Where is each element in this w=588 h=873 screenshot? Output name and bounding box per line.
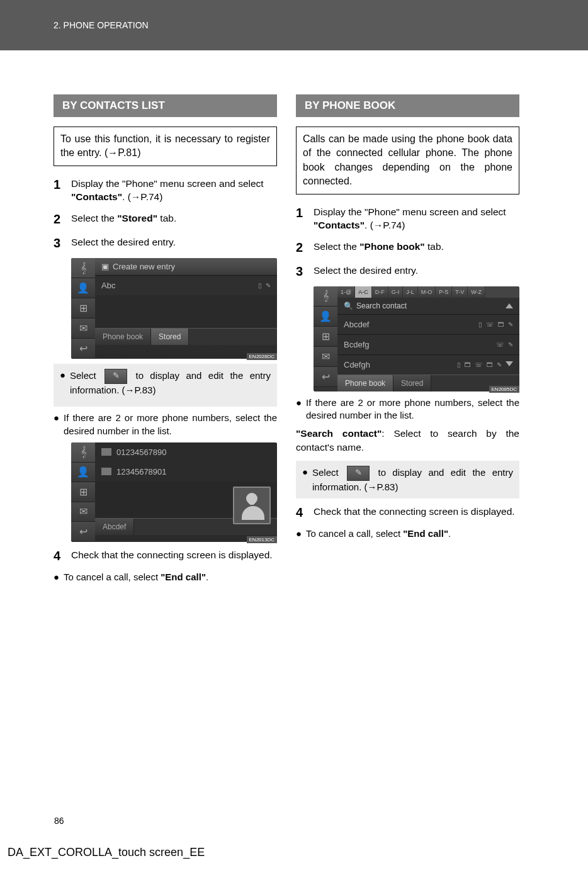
alpha-tab[interactable]: 1-@ — [337, 286, 355, 298]
number-row[interactable]: 12345678901 — [95, 462, 277, 482]
text: tab. — [157, 213, 176, 223]
text: tab. — [425, 241, 444, 252]
sidebar: 𝄞 👤 ⊞ ✉ ↩ — [71, 258, 95, 359]
bullet: ● To cancel a call, select "End call". — [296, 527, 519, 540]
info-box-left: To use this function, it is necessary to… — [54, 127, 277, 166]
step-1: 1 Display the "Phone" menu screen and se… — [54, 176, 277, 204]
bullet: ● Select ✎ to display and edit the entry… — [60, 369, 271, 397]
screen: 𝄞 👤 ⊞ ✉ ↩ 01234567890 12345678901 — [71, 442, 277, 542]
screenshot-code: EN2085DC — [489, 386, 519, 393]
mobile-icon: ▯ — [258, 282, 262, 289]
edit-icon-inline: ✎ — [347, 466, 370, 481]
bullet-mark: ● — [54, 412, 64, 437]
tab-phonebook[interactable]: Phone book — [95, 329, 151, 345]
label: Create new entry — [113, 262, 175, 271]
step-2: 2 Select the "Phone book" tab. — [296, 239, 519, 256]
step-num: 4 — [296, 504, 314, 521]
bullet: ● If there are 2 or more phone numbers, … — [54, 412, 277, 437]
step-text: Select the "Phone book" tab. — [314, 239, 519, 256]
alpha-tab[interactable]: D-F — [372, 286, 388, 298]
bullet-mark: ● — [302, 466, 312, 493]
add-icon: ▣ — [101, 262, 109, 271]
text: Select — [312, 467, 345, 478]
text: To cancel a call, select — [64, 572, 161, 582]
content: BY CONTACTS LIST To use this function, i… — [0, 50, 588, 589]
step-3: 3 Select the desired entry. — [296, 262, 519, 280]
bullet: ● Select ✎ to display and edit the entry… — [302, 466, 513, 493]
search-contact[interactable]: 🔍 Search contact — [337, 298, 519, 314]
tab-phonebook[interactable]: Phone book — [337, 375, 393, 391]
contacts-icon[interactable]: 👤 — [314, 307, 337, 327]
edit-icon[interactable]: ✎ — [266, 282, 271, 289]
number-row[interactable]: 01234567890 — [95, 442, 277, 462]
phone-icon[interactable]: 𝄞 — [71, 442, 95, 463]
contacts-icon[interactable]: 👤 — [71, 278, 95, 298]
step-num: 3 — [296, 262, 314, 280]
main-area: 1-@ A-C D-F G-I J-L M-O P-S T-V W-Z 🔍 Se… — [337, 286, 519, 391]
bullet-text: Select ✎ to display and edit the entry i… — [70, 369, 271, 397]
contacts-icon[interactable]: 👤 — [71, 463, 95, 483]
messages-icon[interactable]: ✉ — [314, 347, 337, 367]
alpha-tab[interactable]: J-L — [403, 286, 418, 298]
back-icon[interactable]: ↩ — [71, 522, 95, 542]
number: 01234567890 — [116, 448, 167, 457]
alpha-tab[interactable]: G-I — [388, 286, 404, 298]
bottom-tabs: Phone book Stored — [95, 328, 277, 345]
phone-icon[interactable]: 𝄞 — [71, 258, 95, 278]
phone-type-icon — [101, 448, 111, 456]
screen: 𝄞 👤 ⊞ ✉ ↩ ▣ Create new entry Abc ▯ — [71, 258, 277, 359]
messages-icon[interactable]: ✉ — [71, 502, 95, 522]
screen: 𝄞 👤 ⊞ ✉ ↩ 1-@ A-C D-F G-I J-L M-O P-S — [314, 286, 519, 391]
keypad-icon[interactable]: ⊞ — [314, 327, 337, 347]
mini-icons: ▯🗔☏🗔✎ — [457, 361, 513, 368]
step-num: 1 — [54, 176, 71, 204]
text: Select — [70, 370, 103, 381]
messages-icon[interactable]: ✉ — [71, 318, 95, 339]
list-item[interactable]: Abc ▯ ✎ — [95, 275, 277, 295]
back-icon[interactable]: ↩ — [71, 339, 95, 359]
alpha-tab[interactable]: T-V — [452, 286, 468, 298]
note-box: ● Select ✎ to display and edit the entry… — [296, 461, 519, 498]
alpha-tab[interactable]: M-O — [418, 286, 436, 298]
alpha-tab[interactable]: W-Z — [468, 286, 485, 298]
edit-icon-inline: ✎ — [105, 369, 127, 384]
step-num: 2 — [296, 239, 314, 256]
section-title-left: BY CONTACTS LIST — [54, 94, 277, 117]
bullet-mark: ● — [60, 369, 70, 397]
alpha-tab[interactable]: A-C — [355, 286, 372, 298]
phone-type-icon — [101, 468, 111, 475]
keypad-icon[interactable]: ⊞ — [71, 482, 95, 502]
search-note: "Search contact": Select to search by th… — [296, 427, 519, 454]
info-box-right: Calls can be made using the phone book d… — [296, 127, 519, 194]
back-icon[interactable]: ↩ — [314, 367, 337, 387]
text-bold: "Search contact" — [296, 428, 382, 439]
search-icon: 🔍 — [344, 301, 353, 310]
create-new-entry[interactable]: ▣ Create new entry — [95, 258, 277, 275]
phone-icon[interactable]: 𝄞 — [314, 286, 337, 307]
screenshot-stored: 𝄞 👤 ⊞ ✉ ↩ ▣ Create new entry Abc ▯ — [71, 258, 277, 359]
bullet: ● If there are 2 or more phone numbers, … — [296, 397, 519, 422]
right-column: BY PHONE BOOK Calls can be made using th… — [296, 94, 519, 589]
list-item[interactable]: Abcdef ▯☏🗔✎ — [337, 314, 519, 334]
breadcrumb: 2. PHONE OPERATION — [54, 20, 149, 30]
step-text: Check that the connecting screen is disp… — [71, 547, 277, 565]
bullet-text: To cancel a call, select "End call". — [64, 571, 277, 583]
step-text: Display the "Phone" menu screen and sele… — [71, 176, 277, 204]
step-num: 2 — [54, 210, 71, 228]
left-column: BY CONTACTS LIST To use this function, i… — [54, 94, 277, 589]
text: Select the — [314, 241, 359, 252]
scroll-up-icon[interactable] — [506, 303, 513, 308]
keypad-icon[interactable]: ⊞ — [71, 298, 95, 318]
entry-label: Bcdefg — [344, 340, 496, 349]
list-item[interactable]: Bcdefg ☏✎ — [337, 334, 519, 354]
alpha-tab[interactable]: P-S — [436, 286, 452, 298]
scroll-down-icon[interactable] — [506, 361, 513, 366]
text-bold: "Contacts" — [71, 191, 122, 202]
text: To cancel a call, select — [306, 528, 403, 539]
tab-stored[interactable]: Stored — [393, 375, 431, 391]
text: Display the "Phone" menu screen and sele… — [71, 178, 264, 189]
screenshot-phonebook: 𝄞 👤 ⊞ ✉ ↩ 1-@ A-C D-F G-I J-L M-O P-S — [314, 286, 519, 391]
tab-stored[interactable]: Stored — [151, 329, 189, 345]
step-num: 1 — [296, 204, 314, 232]
list-item[interactable]: Cdefgh ▯🗔☏🗔✎ — [337, 354, 519, 375]
